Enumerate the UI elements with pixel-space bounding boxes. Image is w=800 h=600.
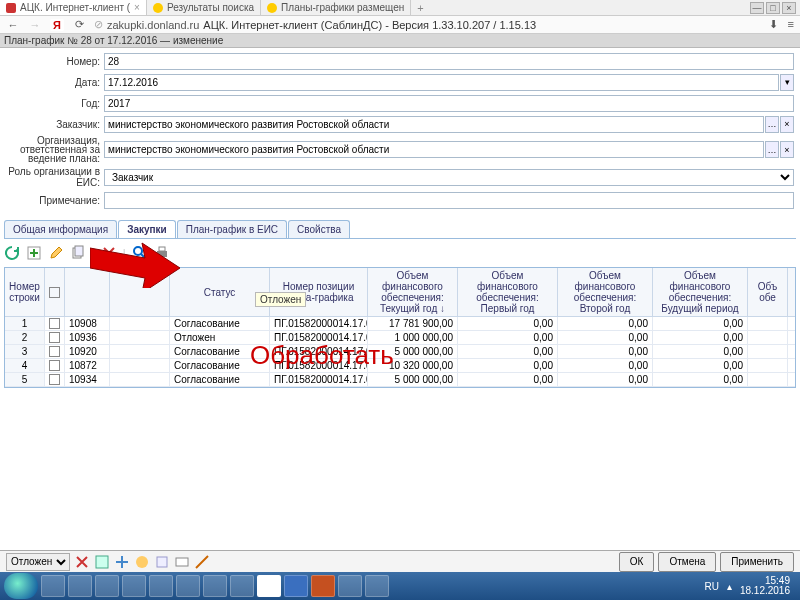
page-url-title: АЦК. Интернет-клиент (СаблинДС) - Версия…	[203, 19, 536, 31]
inner-tabs: Общая информация Закупки План-график в Е…	[4, 220, 796, 239]
edit-icon[interactable]	[48, 245, 64, 261]
taskbar-app-9[interactable]	[257, 575, 281, 597]
role-label: Роль организации в ЕИС:	[6, 166, 104, 188]
start-button[interactable]	[4, 573, 38, 599]
action-icon-1[interactable]	[74, 554, 90, 570]
table-row[interactable]: 410872СогласованиеПГ.01582000014.17.0463…	[5, 359, 795, 373]
col-future[interactable]: Объем финансового обеспечения: Будущий п…	[653, 268, 748, 316]
refresh-icon[interactable]	[4, 245, 20, 261]
minimize-icon[interactable]: —	[750, 2, 764, 14]
table-row[interactable]: 310920СогласованиеПГ.01582000014.17.0469…	[5, 345, 795, 359]
action-icon-4[interactable]	[134, 554, 150, 570]
action-icon-3[interactable]	[114, 554, 130, 570]
lookup-icon[interactable]: …	[765, 116, 779, 133]
col-second-year[interactable]: Объем финансового обеспечения: Второй го…	[558, 268, 653, 316]
year-field[interactable]	[104, 95, 794, 112]
maximize-icon[interactable]: □	[766, 2, 780, 14]
col-first-year[interactable]: Объем финансового обеспечения: Первый го…	[458, 268, 558, 316]
favicon	[153, 3, 163, 13]
note-field[interactable]	[104, 192, 794, 209]
close-icon[interactable]: ×	[134, 2, 140, 13]
taskbar-app-6[interactable]	[176, 575, 200, 597]
taskbar-app-3[interactable]	[95, 575, 119, 597]
grid-header: Номер строки Статус Номер позиции плана-…	[5, 268, 795, 317]
col-extra[interactable]: Объ обе	[748, 268, 788, 316]
note-label: Примечание:	[6, 195, 104, 206]
customer-label: Заказчик:	[6, 119, 104, 130]
close-window-icon[interactable]: ×	[782, 2, 796, 14]
lookup-icon[interactable]: …	[765, 141, 779, 158]
date-label: Дата:	[6, 77, 104, 88]
taskbar-app-7[interactable]	[203, 575, 227, 597]
role-select[interactable]: Заказчик	[104, 169, 794, 186]
apply-button[interactable]: Применить	[720, 552, 794, 572]
new-tab-button[interactable]: +	[411, 2, 429, 14]
taskbar-app-10[interactable]	[284, 575, 308, 597]
taskbar-app-5[interactable]	[149, 575, 173, 597]
taskbar-app-12[interactable]	[338, 575, 362, 597]
col-current-year[interactable]: Объем финансового обеспечения: Текущий г…	[368, 268, 458, 316]
tab-properties[interactable]: Свойства	[288, 220, 350, 238]
tab-plan-eis[interactable]: План-график в ЕИС	[177, 220, 287, 238]
date-field[interactable]	[104, 74, 779, 91]
svg-rect-9	[157, 557, 167, 567]
browser-tab-strip: АЦК. Интернет-клиент (× Результаты поиск…	[0, 0, 800, 16]
svg-rect-4	[157, 251, 167, 257]
reload-button[interactable]: ⟳	[72, 18, 86, 32]
browser-tab-3[interactable]: Планы-графики размещен	[261, 0, 411, 15]
action-icon-6[interactable]	[174, 554, 190, 570]
year-label: Год:	[6, 98, 104, 109]
delete-icon[interactable]	[101, 245, 117, 261]
col-checkbox[interactable]	[45, 268, 65, 316]
table-row[interactable]: 510934СогласованиеПГ.01582000014.17.0471…	[5, 373, 795, 387]
tab-general[interactable]: Общая информация	[4, 220, 117, 238]
status-select[interactable]: Отложен	[6, 553, 70, 571]
status-tooltip: Отложен	[255, 292, 306, 307]
print-icon[interactable]	[154, 245, 170, 261]
url-host: zakupki.donland.ru	[107, 19, 199, 31]
forward-button[interactable]: →	[28, 18, 42, 32]
col-blank2[interactable]	[110, 268, 170, 316]
page-title: План-график № 28 от 17.12.2016 — изменен…	[0, 34, 800, 48]
taskbar-app-13[interactable]	[365, 575, 389, 597]
clear-icon[interactable]: ×	[780, 141, 794, 158]
table-row[interactable]: 210936ОтложенПГ.01582000014.17.047191 00…	[5, 331, 795, 345]
action-icon-2[interactable]	[94, 554, 110, 570]
lang-indicator[interactable]: RU	[704, 581, 718, 592]
svg-point-8	[136, 556, 148, 568]
tab-label: Планы-графики размещен	[281, 2, 404, 13]
find-icon[interactable]	[132, 245, 148, 261]
menu-icon[interactable]: ≡	[788, 18, 794, 31]
org-field[interactable]	[104, 141, 764, 158]
browser-tab-2[interactable]: Результаты поиска	[147, 0, 261, 15]
copy-icon[interactable]	[70, 245, 86, 261]
calendar-icon[interactable]: ▾	[780, 74, 794, 91]
action-icon-7[interactable]	[194, 554, 210, 570]
url-field[interactable]: ⊘ zakupki.donland.ru АЦК. Интернет-клиен…	[94, 18, 761, 31]
taskbar-app-11[interactable]	[311, 575, 335, 597]
windows-taskbar: RU ▴ 15:49 18.12.2016	[0, 572, 800, 600]
clear-icon[interactable]: ×	[780, 116, 794, 133]
system-tray[interactable]: RU ▴ 15:49 18.12.2016	[704, 576, 796, 596]
browser-tab-1[interactable]: АЦК. Интернет-клиент (×	[0, 0, 147, 15]
bookmark-icon[interactable]: ⬇	[769, 18, 778, 31]
add-icon[interactable]	[26, 245, 42, 261]
tab-purchases[interactable]: Закупки	[118, 220, 176, 238]
form-panel: Номер: Дата:▾ Год: Заказчик:…× Организац…	[0, 48, 800, 216]
yandex-logo-icon[interactable]: Я	[50, 19, 64, 31]
col-rownum[interactable]: Номер строки	[5, 268, 45, 316]
col-blank1[interactable]	[65, 268, 110, 316]
customer-field[interactable]	[104, 116, 764, 133]
tray-icon[interactable]: ▴	[727, 581, 732, 592]
taskbar-app-1[interactable]	[41, 575, 65, 597]
table-row[interactable]: 110908СогласованиеПГ.01582000014.17.0469…	[5, 317, 795, 331]
action-icon-5[interactable]	[154, 554, 170, 570]
ok-button[interactable]: ОК	[619, 552, 655, 572]
taskbar-app-8[interactable]	[230, 575, 254, 597]
org-label: Организация, ответственная за ведение пл…	[6, 136, 104, 163]
cancel-button[interactable]: Отмена	[658, 552, 716, 572]
taskbar-app-2[interactable]	[68, 575, 92, 597]
taskbar-app-4[interactable]	[122, 575, 146, 597]
back-button[interactable]: ←	[6, 18, 20, 32]
number-field[interactable]	[104, 53, 794, 70]
